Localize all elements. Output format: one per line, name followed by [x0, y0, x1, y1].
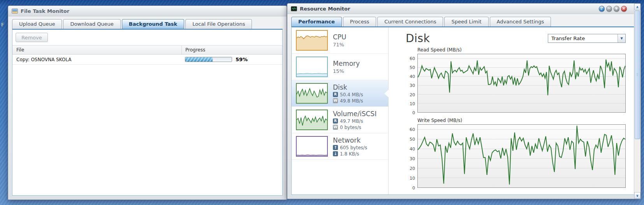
y-axis-tick-label: 50: [410, 65, 415, 70]
progress-bar: [185, 57, 232, 62]
y-axis-tick-label: 10: [410, 101, 415, 106]
y-axis-tick-label: 30: [410, 156, 415, 161]
rm-window-title: Resource Monitor: [300, 6, 350, 12]
read-badge-icon: R: [333, 118, 338, 124]
disk-read-value: 50.4 MB/s: [340, 92, 363, 97]
y-axis-tick-label: 20: [410, 166, 415, 171]
sidebar-item-disk[interactable]: Disk R 50.4 MB/s W 49.8 MB/s: [292, 80, 388, 107]
selected-item-arrow: [384, 90, 389, 97]
memory-label: Memory: [333, 60, 360, 67]
minimize-button[interactable]: –: [606, 6, 612, 12]
y-axis-tick-label: 60: [410, 127, 415, 132]
rm-tabstrip: Performance Process Current Connections …: [287, 14, 640, 27]
scroll-down-button[interactable]: ∨: [634, 192, 637, 195]
y-axis-tick-label: 0: [412, 110, 415, 115]
sidebar-item-memory[interactable]: Memory 15%: [292, 54, 388, 80]
volume-read-value: 49.7 MB/s: [340, 118, 363, 124]
write-chart-y-axis: 0102030405060: [406, 124, 417, 188]
tab-local-file-operations[interactable]: Local File Operations: [185, 19, 252, 29]
network-label: Network: [333, 136, 367, 144]
memory-value: 15%: [333, 68, 360, 74]
task-table-row[interactable]: Copy: OSNOVNA SKOLA 59%: [12, 55, 282, 65]
scrollbar-thumb[interactable]: [635, 27, 637, 139]
resource-monitor-window: Resource Monitor ? – + × Performance Pro…: [287, 3, 641, 199]
performance-main-area: Disk Transfer Rate ▼ Read Speed (MB/s) 0…: [389, 27, 636, 194]
y-axis-tick-label: 20: [410, 92, 415, 97]
page-title: Disk: [406, 32, 430, 45]
tab-speed-limit[interactable]: Speed Limit: [444, 17, 488, 27]
file-task-monitor-window: File Task Monitor Upload Queue Download …: [8, 5, 287, 200]
task-table-header: File Progress: [12, 45, 282, 55]
progress-bar-fill: [185, 57, 213, 62]
file-task-monitor-icon: [12, 9, 18, 14]
close-button[interactable]: ×: [621, 6, 627, 12]
ftm-titlebar[interactable]: File Task Monitor: [8, 6, 287, 16]
y-axis-tick-label: 50: [410, 136, 415, 141]
chevron-down-icon[interactable]: ▼: [618, 34, 625, 42]
ftm-tabstrip: Upload Queue Download Queue Background T…: [8, 16, 287, 29]
ftm-toolbar: Remove: [12, 33, 282, 45]
y-axis-tick-label: 0: [412, 186, 415, 191]
volume-write-value: 0 bytes/s: [340, 125, 361, 130]
read-chart-y-axis: 0102030405060: [406, 54, 417, 113]
task-file-cell: Copy: OSNOVNA SKOLA: [12, 57, 181, 62]
download-arrow-icon: ↓: [333, 151, 338, 156]
disk-label: Disk: [333, 83, 363, 91]
network-upload-value: 605 bytes/s: [340, 145, 367, 150]
y-axis-tick-label: 30: [410, 83, 415, 88]
y-axis-tick-label: 10: [410, 175, 415, 180]
y-axis-tick-label: 40: [410, 74, 415, 79]
read-speed-chart-title: Read Speed (MB/s): [417, 47, 626, 53]
progress-percent-label: 59%: [236, 57, 248, 62]
tab-download-queue[interactable]: Download Queue: [63, 19, 120, 29]
remove-button[interactable]: Remove: [16, 33, 48, 42]
write-speed-chart: [417, 124, 626, 188]
tab-upload-queue[interactable]: Upload Queue: [12, 19, 62, 29]
help-button[interactable]: ?: [599, 6, 605, 12]
write-badge-icon: W: [333, 98, 338, 103]
write-badge-icon: W: [333, 125, 338, 130]
read-badge-icon: R: [333, 92, 338, 97]
desktop-icon-label: F: [1, 22, 4, 28]
transfer-rate-select[interactable]: Transfer Rate ▼: [548, 34, 626, 43]
memory-sparkline-chart: [296, 57, 328, 77]
network-sparkline-chart: [296, 136, 328, 157]
y-axis-tick-label: 60: [410, 56, 415, 61]
column-header-file[interactable]: File: [12, 46, 181, 54]
cpu-value: 71%: [333, 42, 347, 48]
write-speed-chart-title: Write Speed (MB/s): [417, 118, 626, 123]
sidebar-item-network[interactable]: Network ↑ 605 bytes/s ↓ 1.8 KB/s: [292, 133, 388, 160]
select-value: Transfer Rate: [548, 35, 585, 41]
tab-process[interactable]: Process: [343, 17, 376, 27]
rm-titlebar[interactable]: Resource Monitor ? – + ×: [287, 4, 640, 14]
y-axis-tick-label: 40: [410, 146, 415, 151]
task-progress-cell: 59%: [181, 57, 282, 62]
resource-monitor-icon: [291, 6, 297, 11]
performance-sidebar: CPU 71% Memory 15% Dis: [292, 27, 389, 194]
disk-sparkline-chart: [296, 83, 328, 104]
read-speed-chart: [417, 54, 626, 113]
tab-performance[interactable]: Performance: [291, 17, 342, 27]
volume-sparkline-chart: [296, 110, 328, 130]
tab-background-task[interactable]: Background Task: [122, 19, 184, 29]
rm-content-panel: CPU 71% Memory 15% Dis: [291, 27, 637, 195]
ftm-content-panel: Remove File Progress Copy: OSNOVNA SKOLA…: [12, 29, 283, 196]
desktop: F File Task Monitor Upload Queue Downloa…: [0, 0, 644, 205]
upload-arrow-icon: ↑: [333, 145, 338, 150]
tab-advanced-settings[interactable]: Advanced Settings: [490, 17, 551, 27]
sidebar-item-cpu[interactable]: CPU 71%: [292, 27, 388, 54]
tab-current-connections[interactable]: Current Connections: [377, 17, 443, 27]
maximize-button[interactable]: +: [614, 6, 619, 12]
column-header-progress[interactable]: Progress: [181, 46, 282, 54]
disk-write-value: 49.8 MB/s: [340, 98, 363, 104]
window-buttons: ? – + ×: [599, 6, 637, 12]
ftm-window-title: File Task Monitor: [21, 8, 69, 14]
vertical-scrollbar[interactable]: ∧ ∨: [634, 27, 637, 195]
cpu-sparkline-chart: [296, 30, 328, 51]
network-download-value: 1.8 KB/s: [340, 151, 359, 157]
cpu-label: CPU: [333, 33, 347, 41]
sidebar-item-volume-iscsi[interactable]: Volume/iSCSI R 49.7 MB/s W 0 bytes/s: [292, 107, 388, 133]
volume-label: Volume/iSCSI: [333, 110, 377, 118]
